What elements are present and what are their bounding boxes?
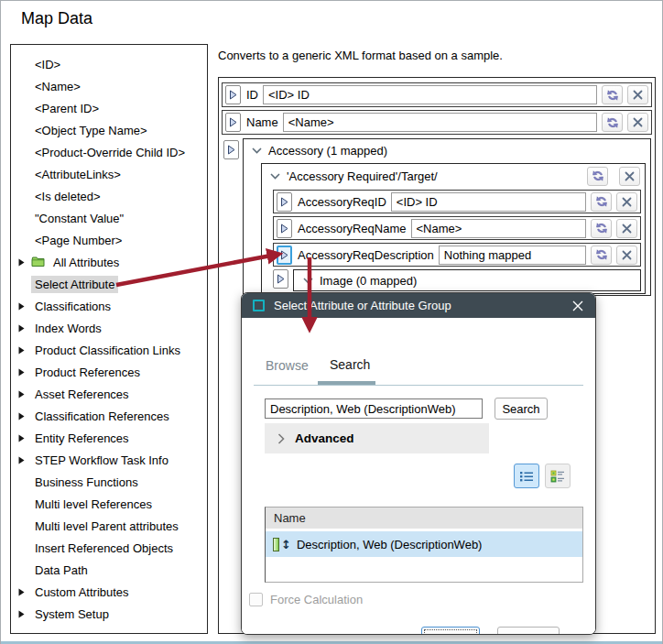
delete-mapping-button[interactable]	[627, 85, 648, 104]
map-row-image-group: Image (0 mapped)	[273, 269, 641, 291]
advanced-expander[interactable]: Advanced	[265, 423, 489, 453]
search-results-table: Name ↕ Description, Web (DescriptionWeb)	[265, 507, 583, 583]
sidebar-item-attributelinks[interactable]: <AttributeLinks>	[11, 163, 207, 185]
sync-icon	[606, 116, 619, 129]
delete-mapping-button[interactable]	[616, 219, 637, 238]
sidebar-item-label: Business Functions	[31, 474, 142, 491]
expand-button-accessory[interactable]	[223, 140, 239, 159]
mapping-value-field[interactable]: Nothing mapped	[439, 246, 586, 265]
sidebar-item-data-path[interactable]: Data Path	[11, 559, 207, 581]
delete-mapping-button[interactable]	[616, 246, 637, 265]
sidebar-item-product-references[interactable]: Product References	[11, 361, 207, 383]
expand-button[interactable]	[273, 269, 288, 289]
sidebar-item-is-deleted[interactable]: <Is deleted>	[11, 185, 207, 207]
sidebar-item-label: Multi level Parent attributes	[31, 518, 182, 535]
mapping-value-field[interactable]: <ID> ID	[263, 85, 597, 104]
sidebar-item-label: "Constant Value"	[31, 210, 127, 227]
folder-icon	[31, 257, 45, 267]
tree-expand-arrow-icon[interactable]	[18, 588, 28, 596]
sidebar-item-insert-referenced-objects[interactable]: Insert Referenced Objects	[11, 537, 207, 559]
detail-view-button[interactable]	[545, 464, 571, 488]
search-button[interactable]: Search	[495, 398, 548, 420]
map-row-label: AccessoryReqName	[298, 222, 407, 235]
table-row-selected[interactable]: ↕ Description, Web (DescriptionWeb)	[266, 531, 582, 557]
tree-expand-arrow-icon[interactable]	[18, 390, 28, 398]
mapping-value-field[interactable]: <Name>	[411, 219, 587, 238]
sidebar-item-step-workflow-task-info[interactable]: STEP Workflow Task Info	[11, 449, 207, 471]
sidebar-item-business-functions[interactable]: Business Functions	[11, 471, 207, 493]
force-calculation-checkbox[interactable]	[249, 593, 263, 606]
close-icon	[633, 117, 643, 127]
tree-expand-arrow-icon[interactable]	[18, 456, 28, 464]
tree-expand-arrow-icon[interactable]	[18, 610, 28, 618]
dialog-close-button[interactable]	[566, 296, 590, 316]
sidebar-item-product-classification-links[interactable]: Product Classification Links	[11, 339, 207, 361]
mapping-value-field[interactable]: <Name>	[283, 113, 597, 132]
sync-mapping-button[interactable]	[591, 192, 612, 212]
sidebar-item-multi-level-parent-attributes[interactable]: Multi level Parent attributes	[11, 515, 207, 537]
expand-button[interactable]	[225, 85, 241, 104]
sidebar-item-custom-attributes[interactable]: Custom Attributes	[11, 581, 207, 603]
sidebar-item-select-attribute[interactable]: Select Attribute	[11, 273, 207, 295]
force-calculation-option: Force Calculation	[249, 593, 363, 606]
sidebar-item-entity-references[interactable]: Entity References	[11, 427, 207, 449]
page-title: Map Data	[21, 9, 92, 28]
sidebar-item-classifications[interactable]: Classifications	[11, 295, 207, 317]
search-input[interactable]	[265, 398, 483, 419]
sidebar-item-label: Multi level References	[31, 496, 156, 513]
expand-button[interactable]	[277, 192, 292, 212]
tree-expand-arrow-icon[interactable]	[18, 434, 28, 442]
close-icon	[622, 224, 632, 234]
expand-button-highlighted[interactable]	[277, 246, 292, 265]
tree-expand-arrow-icon[interactable]	[18, 346, 28, 355]
sync-mapping-button[interactable]	[591, 246, 612, 265]
sidebar-item-object-type-name[interactable]: <Object Type Name>	[11, 119, 207, 141]
accessory-group-header[interactable]: Accessory (1 mapped)	[244, 139, 650, 161]
tree-expand-arrow-icon[interactable]	[18, 302, 28, 311]
sidebar-item-label: <Product-Override Child ID>	[31, 144, 189, 161]
sidebar-item-label: <ID>	[31, 56, 64, 73]
sidebar-item-multi-level-references[interactable]: Multi level References	[11, 493, 207, 515]
cancel-button[interactable]: Cancel	[497, 627, 560, 635]
tree-expand-arrow-icon[interactable]	[18, 412, 28, 420]
accessory-required-header[interactable]: 'Accessory Required'/Target/	[262, 164, 645, 188]
image-group-header[interactable]: Image (0 mapped)	[293, 269, 641, 291]
expand-button[interactable]	[225, 113, 241, 132]
sync-mapping-button[interactable]	[591, 219, 612, 238]
tree-expand-arrow-icon[interactable]	[18, 324, 28, 333]
map-row-label: ID	[246, 88, 258, 102]
sidebar-item-asset-references[interactable]: Asset References	[11, 383, 207, 405]
sidebar-item-all-attributes[interactable]: All Attributes	[11, 251, 207, 273]
delete-mapping-button[interactable]	[616, 192, 637, 212]
map-row-accessoryreqdescription: AccessoryReqDescription Nothing mapped	[273, 243, 641, 267]
sidebar-item-constant-value[interactable]: "Constant Value"	[11, 207, 207, 229]
tree-expand-arrow-icon[interactable]	[18, 368, 28, 377]
sidebar-item-label: Index Words	[31, 320, 105, 337]
sidebar-item-product-override-child-id[interactable]: <Product-Override Child ID>	[11, 141, 207, 163]
tab-search[interactable]: Search	[330, 357, 370, 372]
delete-mapping-button[interactable]	[619, 167, 640, 186]
sidebar-item-system-setup[interactable]: System Setup	[11, 603, 207, 625]
sync-mapping-button[interactable]	[602, 85, 623, 104]
tab-browse[interactable]: Browse	[266, 358, 309, 373]
tree-expand-arrow-icon[interactable]	[18, 258, 28, 267]
chevron-down-icon	[303, 278, 313, 284]
sidebar-item-name[interactable]: <Name>	[11, 75, 207, 97]
sidebar-item-classification-references[interactable]: Classification References	[11, 405, 207, 427]
select-button[interactable]: Select	[421, 627, 480, 635]
sidebar-item-id[interactable]: <ID>	[11, 53, 207, 75]
delete-mapping-button[interactable]	[627, 113, 648, 132]
list-view-button[interactable]	[514, 464, 539, 488]
mapping-value-field[interactable]: <ID> ID	[391, 192, 586, 212]
expand-button[interactable]	[277, 219, 292, 238]
sidebar-item-page-number[interactable]: <Page Number>	[11, 229, 207, 251]
sync-mapping-button[interactable]	[587, 167, 608, 186]
dialog-body: Browse Search Search Advanced	[242, 318, 595, 635]
sidebar-item-label: Classification References	[31, 408, 173, 425]
sync-mapping-button[interactable]	[602, 113, 623, 132]
map-row-accessoryreqid: AccessoryReqID <ID> ID	[273, 190, 641, 213]
table-header-name[interactable]: Name	[266, 508, 582, 529]
sidebar-item-label: <Name>	[31, 78, 84, 95]
sidebar-item-index-words[interactable]: Index Words	[11, 317, 207, 339]
sidebar-item-parent-id[interactable]: <Parent ID>	[11, 97, 207, 119]
